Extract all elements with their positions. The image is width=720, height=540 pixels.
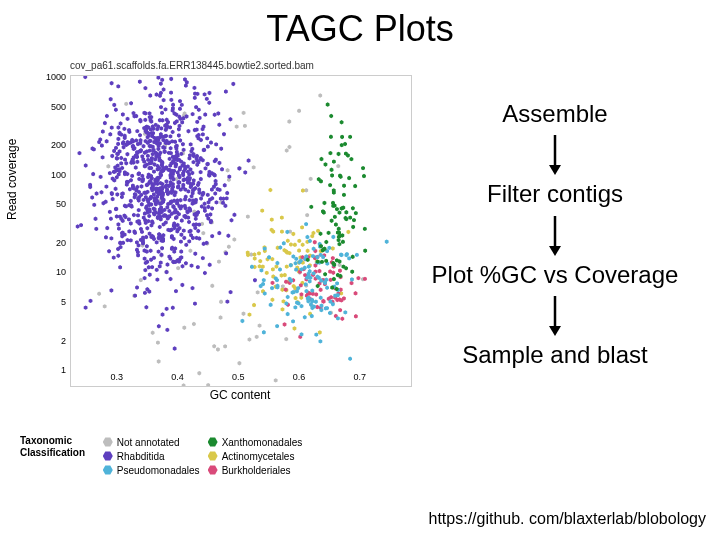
legend-items: Not annotatedRhabditidaPseudomonadalesXa… [103,435,310,477]
arrow-down-icon [545,133,565,175]
legend-swatch [103,465,113,475]
footer-link: https://github. com/blaxterlab/blobology [429,510,707,528]
scatter-canvas [71,76,411,386]
legend-label: Pseudomonadales [117,465,200,476]
flow-step: Filter contigs [405,181,705,207]
y-axis-ticks: 1251020501002005001000 [40,60,68,370]
scatter-chart: cov_pa61.scaffolds.fa.ERR138445.bowtie2.… [15,60,415,460]
plot-title: cov_pa61.scaffolds.fa.ERR138445.bowtie2.… [70,60,415,71]
legend-label: Actinomycetales [222,451,295,462]
plot-box [70,75,412,387]
legend-item: Rhabditida [103,449,200,463]
legend-swatch [208,437,218,447]
legend-label: Rhabditida [117,451,165,462]
legend-label: Not annotated [117,437,180,448]
legend-swatch [103,437,113,447]
legend: TaxonomicClassification Not annotatedRha… [20,435,400,477]
legend-label: Burkholderiales [222,465,291,476]
x-axis-label: GC content [70,388,410,402]
y-axis-label: Read coverage [5,139,19,220]
arrow-down-icon [545,214,565,256]
legend-swatch [208,451,218,461]
svg-marker-3 [549,246,561,256]
legend-label: Xanthomonadales [222,437,303,448]
legend-swatch [103,451,113,461]
flow-step: Assemble [405,101,705,127]
legend-item: Burkholderiales [208,463,303,477]
slide: TAGC Plots cov_pa61.scaffolds.fa.ERR1384… [0,0,720,540]
svg-marker-1 [549,165,561,175]
legend-item: Not annotated [103,435,200,449]
arrow-down-icon [545,294,565,336]
svg-marker-5 [549,326,561,336]
page-title: TAGC Plots [0,8,720,50]
flow-step: Plot %GC vs Coverage [405,262,705,288]
flow-step: Sample and blast [405,342,705,368]
legend-item: Actinomycetales [208,449,303,463]
legend-title: TaxonomicClassification [20,435,100,459]
legend-item: Pseudomonadales [103,463,200,477]
legend-swatch [208,465,218,475]
workflow: Assemble Filter contigs Plot %GC vs Cove… [405,95,705,375]
legend-item: Xanthomonadales [208,435,303,449]
